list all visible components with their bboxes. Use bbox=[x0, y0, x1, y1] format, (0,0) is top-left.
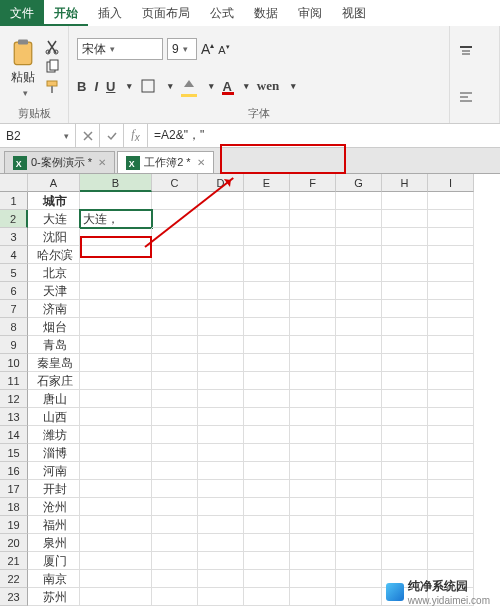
cell[interactable] bbox=[80, 228, 152, 246]
tab-file[interactable]: 文件 bbox=[0, 0, 44, 26]
close-tab-icon[interactable]: ✕ bbox=[197, 157, 205, 168]
cell[interactable] bbox=[428, 462, 474, 480]
row-header[interactable]: 3 bbox=[0, 228, 28, 246]
cell[interactable] bbox=[290, 210, 336, 228]
column-header[interactable]: B bbox=[80, 174, 152, 192]
cell[interactable] bbox=[152, 534, 198, 552]
cell[interactable]: 河南 bbox=[28, 462, 80, 480]
cell[interactable]: 沈阳 bbox=[28, 228, 80, 246]
cell[interactable]: 天津 bbox=[28, 282, 80, 300]
cell[interactable] bbox=[244, 318, 290, 336]
format-painter-icon[interactable] bbox=[44, 79, 60, 95]
cell[interactable] bbox=[336, 408, 382, 426]
cell[interactable] bbox=[244, 228, 290, 246]
cell[interactable]: 北京 bbox=[28, 264, 80, 282]
cell[interactable] bbox=[152, 426, 198, 444]
cell[interactable] bbox=[152, 228, 198, 246]
cell[interactable] bbox=[198, 570, 244, 588]
cell[interactable]: 大连 bbox=[28, 210, 80, 228]
cell[interactable] bbox=[198, 390, 244, 408]
tab-view[interactable]: 视图 bbox=[332, 0, 376, 26]
cell[interactable] bbox=[152, 444, 198, 462]
cell[interactable] bbox=[152, 336, 198, 354]
row-header[interactable]: 18 bbox=[0, 498, 28, 516]
cell[interactable] bbox=[336, 372, 382, 390]
cell[interactable] bbox=[198, 246, 244, 264]
cell[interactable] bbox=[382, 552, 428, 570]
increase-font-icon[interactable]: A▴ bbox=[201, 41, 214, 57]
cell[interactable]: 厦门 bbox=[28, 552, 80, 570]
row-header[interactable]: 5 bbox=[0, 264, 28, 282]
cell[interactable] bbox=[428, 426, 474, 444]
cell[interactable] bbox=[152, 246, 198, 264]
cell[interactable] bbox=[244, 426, 290, 444]
row-header[interactable]: 21 bbox=[0, 552, 28, 570]
cell[interactable] bbox=[428, 390, 474, 408]
column-header[interactable]: E bbox=[244, 174, 290, 192]
cell[interactable] bbox=[336, 192, 382, 210]
cell[interactable] bbox=[428, 336, 474, 354]
tab-data[interactable]: 数据 bbox=[244, 0, 288, 26]
cell[interactable] bbox=[428, 300, 474, 318]
cell[interactable] bbox=[198, 336, 244, 354]
tab-page-layout[interactable]: 页面布局 bbox=[132, 0, 200, 26]
cell[interactable] bbox=[290, 426, 336, 444]
cell[interactable] bbox=[244, 246, 290, 264]
italic-button[interactable]: I bbox=[94, 79, 98, 94]
cell[interactable] bbox=[428, 264, 474, 282]
cell[interactable] bbox=[336, 210, 382, 228]
cell[interactable] bbox=[152, 210, 198, 228]
cell[interactable] bbox=[80, 390, 152, 408]
column-header[interactable]: C bbox=[152, 174, 198, 192]
cell[interactable] bbox=[198, 210, 244, 228]
cell[interactable] bbox=[290, 534, 336, 552]
row-header[interactable]: 9 bbox=[0, 336, 28, 354]
cell[interactable] bbox=[290, 354, 336, 372]
cell[interactable] bbox=[80, 588, 152, 606]
cell[interactable] bbox=[382, 534, 428, 552]
fill-color-button[interactable] bbox=[181, 77, 197, 96]
cell[interactable] bbox=[290, 390, 336, 408]
row-header[interactable]: 10 bbox=[0, 354, 28, 372]
column-header[interactable]: D bbox=[198, 174, 244, 192]
tab-home[interactable]: 开始 bbox=[44, 0, 88, 26]
cell[interactable]: 秦皇岛 bbox=[28, 354, 80, 372]
cell[interactable] bbox=[244, 462, 290, 480]
cell[interactable] bbox=[244, 498, 290, 516]
row-header[interactable]: 11 bbox=[0, 372, 28, 390]
cell[interactable] bbox=[80, 318, 152, 336]
cell[interactable]: 山西 bbox=[28, 408, 80, 426]
cancel-formula-button[interactable] bbox=[76, 124, 100, 147]
cell[interactable] bbox=[290, 588, 336, 606]
cell[interactable]: 哈尔滨 bbox=[28, 246, 80, 264]
cell[interactable]: 苏州 bbox=[28, 588, 80, 606]
cell[interactable] bbox=[382, 210, 428, 228]
paste-button[interactable]: 粘贴 ▾ bbox=[8, 37, 38, 98]
cell[interactable] bbox=[428, 192, 474, 210]
row-header[interactable]: 6 bbox=[0, 282, 28, 300]
cell[interactable] bbox=[80, 552, 152, 570]
cell[interactable]: 潍坊 bbox=[28, 426, 80, 444]
cell[interactable] bbox=[336, 336, 382, 354]
cell[interactable] bbox=[244, 408, 290, 426]
cell[interactable] bbox=[336, 444, 382, 462]
cell[interactable] bbox=[152, 498, 198, 516]
cell[interactable] bbox=[382, 228, 428, 246]
cell[interactable] bbox=[198, 444, 244, 462]
row-header[interactable]: 19 bbox=[0, 516, 28, 534]
cell[interactable] bbox=[244, 282, 290, 300]
cell[interactable] bbox=[428, 516, 474, 534]
cell[interactable] bbox=[198, 552, 244, 570]
tab-formulas[interactable]: 公式 bbox=[200, 0, 244, 26]
cell[interactable] bbox=[244, 534, 290, 552]
cell[interactable] bbox=[244, 336, 290, 354]
bold-button[interactable]: B bbox=[77, 79, 86, 94]
row-header[interactable]: 7 bbox=[0, 300, 28, 318]
cell[interactable] bbox=[244, 300, 290, 318]
cell[interactable] bbox=[382, 516, 428, 534]
cell[interactable] bbox=[336, 282, 382, 300]
cell[interactable] bbox=[198, 300, 244, 318]
cell[interactable] bbox=[152, 390, 198, 408]
cell[interactable] bbox=[290, 480, 336, 498]
workbook-tab[interactable]: X 工作簿2 * ✕ bbox=[117, 151, 213, 173]
